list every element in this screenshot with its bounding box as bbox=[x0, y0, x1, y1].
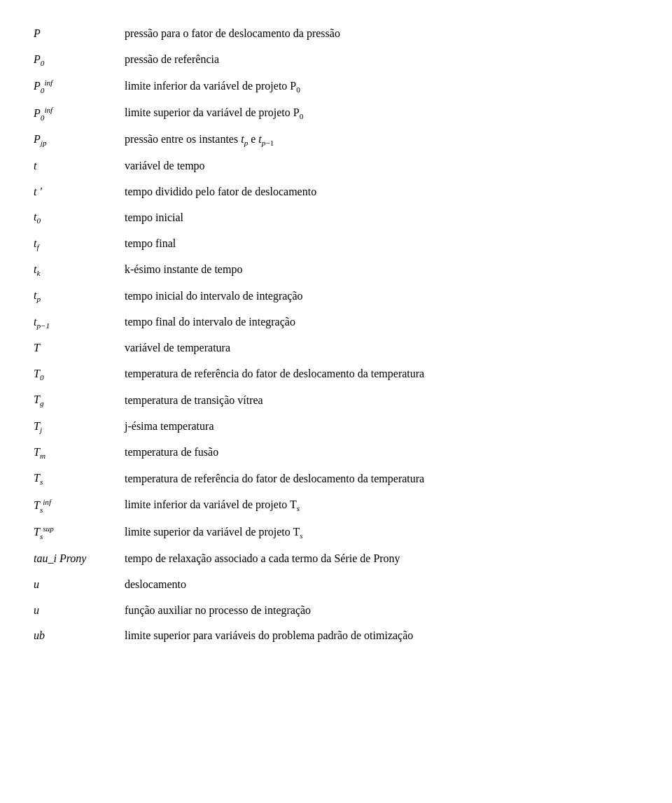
symbol-cell: tp bbox=[28, 283, 119, 309]
description-cell: pressão entre os instantes tp e tp−1 bbox=[119, 127, 644, 153]
description-cell: tempo inicial do intervalo de integração bbox=[119, 283, 644, 309]
list-item: t0tempo inicial bbox=[28, 204, 644, 230]
list-item: tau_i Pronytempo de relaxação associado … bbox=[28, 546, 644, 572]
description-cell: temperatura de referência do fator de de… bbox=[119, 361, 644, 387]
symbol-cell: u bbox=[28, 598, 119, 624]
description-cell: limite inferior da variável de projeto P… bbox=[119, 73, 644, 100]
symbol-cell: u bbox=[28, 572, 119, 598]
symbol-cell: t0 bbox=[28, 204, 119, 230]
symbol-cell: Tm bbox=[28, 440, 119, 466]
description-cell: deslocamento bbox=[119, 572, 644, 598]
symbol-cell: P0 bbox=[28, 47, 119, 73]
symbol-cell: tk bbox=[28, 257, 119, 283]
list-item: Tvariável de temperatura bbox=[28, 335, 644, 361]
description-cell: k-ésimo instante de tempo bbox=[119, 257, 644, 283]
description-cell: j-ésima temperatura bbox=[119, 414, 644, 440]
description-cell: tempo de relaxação associado a cada term… bbox=[119, 546, 644, 572]
symbol-cell: Pjp bbox=[28, 127, 119, 153]
symbol-cell: t bbox=[28, 153, 119, 179]
notation-table: Ppressão para o fator de deslocamento da… bbox=[28, 21, 644, 649]
symbol-cell: Tssup bbox=[28, 519, 119, 546]
description-cell: variável de tempo bbox=[119, 153, 644, 179]
list-item: T0temperatura de referência do fator de … bbox=[28, 361, 644, 387]
description-cell: temperatura de referência do fator de de… bbox=[119, 466, 644, 491]
symbol-cell: tf bbox=[28, 231, 119, 257]
symbol-cell: Ts bbox=[28, 466, 119, 491]
description-cell: limite superior da variável de projeto P… bbox=[119, 100, 644, 127]
symbol-cell: T bbox=[28, 335, 119, 361]
description-cell: função auxiliar no processo de integraçã… bbox=[119, 598, 644, 624]
symbol-cell: tp−1 bbox=[28, 309, 119, 335]
list-item: tp−1tempo final do intervalo de integraç… bbox=[28, 309, 644, 335]
description-cell: limite superior da variável de projeto T… bbox=[119, 519, 644, 546]
symbol-cell: ub bbox=[28, 623, 119, 649]
description-cell: variável de temperatura bbox=[119, 335, 644, 361]
description-cell: tempo final do intervalo de integração bbox=[119, 309, 644, 335]
symbol-cell: P bbox=[28, 21, 119, 47]
symbol-cell: P0inf bbox=[28, 73, 119, 100]
symbol-cell: Tsinf bbox=[28, 492, 119, 519]
description-cell: tempo dividido pelo fator de deslocament… bbox=[119, 179, 644, 205]
description-cell: tempo inicial bbox=[119, 204, 644, 230]
symbol-cell: tau_i Prony bbox=[28, 546, 119, 572]
list-item: Tssuplimite superior da variável de proj… bbox=[28, 519, 644, 546]
description-cell: limite superior para variáveis do proble… bbox=[119, 623, 644, 649]
description-cell: temperatura de transição vítrea bbox=[119, 387, 644, 413]
list-item: tkk-ésimo instante de tempo bbox=[28, 257, 644, 283]
list-item: P0inflimite inferior da variável de proj… bbox=[28, 73, 644, 100]
list-item: Ppressão para o fator de deslocamento da… bbox=[28, 21, 644, 47]
list-item: tftempo final bbox=[28, 231, 644, 257]
description-cell: pressão de referência bbox=[119, 47, 644, 73]
symbol-cell: t ′ bbox=[28, 179, 119, 205]
list-item: Tstemperatura de referência do fator de … bbox=[28, 466, 644, 491]
description-cell: limite inferior da variável de projeto T… bbox=[119, 492, 644, 519]
list-item: tptempo inicial do intervalo de integraç… bbox=[28, 283, 644, 309]
list-item: Pjppressão entre os instantes tp e tp−1 bbox=[28, 127, 644, 153]
symbol-cell: P0inf bbox=[28, 100, 119, 127]
list-item: Tsinflimite inferior da variável de proj… bbox=[28, 492, 644, 519]
description-cell: tempo final bbox=[119, 231, 644, 257]
list-item: Tmtemperatura de fusão bbox=[28, 440, 644, 466]
symbol-cell: T0 bbox=[28, 361, 119, 387]
list-item: Tjj-ésima temperatura bbox=[28, 414, 644, 440]
list-item: P0inflimite superior da variável de proj… bbox=[28, 100, 644, 127]
list-item: udeslocamento bbox=[28, 572, 644, 598]
description-cell: pressão para o fator de deslocamento da … bbox=[119, 21, 644, 47]
list-item: tvariável de tempo bbox=[28, 153, 644, 179]
description-cell: temperatura de fusão bbox=[119, 440, 644, 466]
list-item: P0pressão de referência bbox=[28, 47, 644, 73]
list-item: t ′tempo dividido pelo fator de deslocam… bbox=[28, 179, 644, 205]
list-item: ufunção auxiliar no processo de integraç… bbox=[28, 598, 644, 624]
list-item: Tgtemperatura de transição vítrea bbox=[28, 387, 644, 413]
list-item: ublimite superior para variáveis do prob… bbox=[28, 623, 644, 649]
symbol-cell: Tj bbox=[28, 414, 119, 440]
symbol-cell: Tg bbox=[28, 387, 119, 413]
